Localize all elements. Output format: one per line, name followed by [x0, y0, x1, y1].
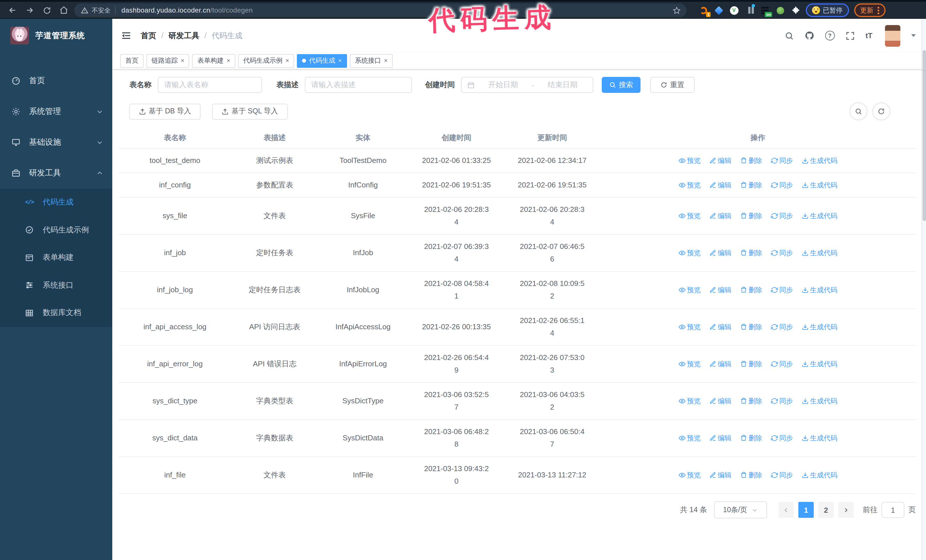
delete-button[interactable]: 删除 — [740, 284, 762, 296]
extension-shield-icon[interactable]: V — [729, 5, 739, 15]
preview-button[interactable]: 预览 — [678, 284, 701, 296]
sync-button[interactable]: 同步 — [771, 469, 793, 482]
delete-button[interactable]: 删除 — [740, 432, 762, 444]
edit-button[interactable]: 编辑 — [709, 469, 731, 482]
search-button[interactable]: 搜索 — [602, 77, 640, 93]
edit-button[interactable]: 编辑 — [709, 284, 731, 296]
generate-code-button[interactable]: 生成代码 — [802, 395, 837, 408]
edit-button[interactable]: 编辑 — [709, 179, 731, 192]
sync-button[interactable]: 同步 — [771, 432, 793, 444]
avatar[interactable] — [885, 25, 900, 47]
sidebar-item-dev-tools[interactable]: 研发工具 — [0, 158, 112, 189]
tab-tag[interactable]: 首页 — [120, 54, 144, 68]
extension-columns-icon[interactable] — [744, 5, 755, 15]
back-button[interactable] — [6, 3, 20, 17]
github-icon[interactable] — [804, 31, 814, 41]
sidebar-item-system-api[interactable]: 系统接口 — [0, 272, 112, 299]
edit-button[interactable]: 编辑 — [709, 321, 731, 333]
sidebar-item-code-generation[interactable]: </> 代码生成 — [0, 189, 112, 216]
tab-tag[interactable]: 表单构建 × — [192, 54, 235, 68]
warning-icon[interactable] — [81, 6, 88, 14]
delete-button[interactable]: 删除 — [740, 210, 762, 222]
delete-button[interactable]: 删除 — [740, 321, 762, 333]
preview-button[interactable]: 预览 — [678, 358, 701, 370]
preview-button[interactable]: 预览 — [678, 210, 701, 222]
tab-tag[interactable]: 代码生成示例 × — [238, 54, 294, 68]
extension-refresh-icon[interactable]: 1 — [698, 5, 708, 15]
delete-button[interactable]: 删除 — [740, 469, 762, 482]
forward-button[interactable] — [23, 3, 36, 17]
fullscreen-icon[interactable] — [845, 31, 855, 40]
preview-button[interactable]: 预览 — [678, 247, 701, 259]
sync-button[interactable]: 同步 — [771, 247, 793, 259]
font-size-icon[interactable]: tT — [865, 31, 872, 40]
generate-code-button[interactable]: 生成代码 — [802, 210, 837, 222]
breadcrumb-home[interactable]: 首页 — [141, 30, 156, 41]
delete-button[interactable]: 删除 — [740, 247, 762, 259]
extension-gem-icon[interactable] — [713, 5, 724, 15]
sync-button[interactable]: 同步 — [771, 321, 793, 333]
help-icon[interactable]: ? — [825, 31, 835, 41]
chevron-down-icon[interactable] — [911, 34, 916, 39]
sidebar-item-infrastructure[interactable]: 基础设施 — [0, 127, 112, 158]
puzzle-icon[interactable] — [790, 5, 800, 15]
sync-button[interactable]: 同步 — [771, 395, 793, 408]
preview-button[interactable]: 预览 — [678, 179, 701, 192]
edit-button[interactable]: 编辑 — [709, 395, 731, 408]
generate-code-button[interactable]: 生成代码 — [802, 469, 837, 482]
hamburger-icon[interactable] — [121, 31, 131, 41]
update-button[interactable]: 更新 — [854, 3, 885, 17]
url-bar[interactable]: 不安全 dashboard.yudao.iocoder.cn/tool/code… — [74, 3, 687, 17]
sidebar-logo[interactable]: 芋道管理系统 — [0, 19, 112, 53]
edit-button[interactable]: 编辑 — [709, 358, 731, 370]
extension-dark-icon[interactable]: on — [760, 5, 770, 15]
edit-button[interactable]: 编辑 — [709, 210, 731, 222]
date-range-picker[interactable]: 开始日期 - 结束日期 — [461, 77, 593, 93]
date-start-placeholder[interactable]: 开始日期 — [479, 80, 528, 90]
close-icon[interactable]: × — [338, 57, 342, 64]
sidebar-item-codegen-example[interactable]: 代码生成示例 — [0, 216, 112, 244]
tab-tag[interactable]: 代码生成 × — [297, 54, 347, 68]
generate-code-button[interactable]: 生成代码 — [802, 154, 837, 167]
close-icon[interactable]: × — [384, 57, 388, 64]
sync-button[interactable]: 同步 — [771, 210, 793, 222]
generate-code-button[interactable]: 生成代码 — [802, 358, 837, 370]
next-page-button[interactable] — [838, 502, 853, 518]
delete-button[interactable]: 删除 — [740, 154, 762, 167]
import-db-button[interactable]: 基于 DB 导入 — [129, 103, 201, 119]
search-icon[interactable] — [784, 31, 793, 40]
preview-button[interactable]: 预览 — [678, 154, 701, 167]
sidebar-item-form-builder[interactable]: 表单构建 — [0, 244, 112, 272]
preview-button[interactable]: 预览 — [678, 432, 701, 444]
close-icon[interactable]: × — [227, 57, 230, 64]
reset-button[interactable]: 重置 — [650, 77, 694, 93]
home-button[interactable] — [57, 3, 71, 17]
edit-button[interactable]: 编辑 — [709, 154, 731, 167]
delete-button[interactable]: 删除 — [740, 179, 762, 192]
goto-page-input[interactable]: 1 — [882, 502, 904, 518]
breadcrumb-dev-tools[interactable]: 研发工具 — [169, 30, 200, 41]
preview-button[interactable]: 预览 — [678, 395, 701, 408]
import-sql-button[interactable]: 基于 SQL 导入 — [212, 103, 288, 119]
prev-page-button[interactable] — [778, 502, 794, 518]
page-number-button[interactable]: 2 — [818, 502, 834, 518]
close-icon[interactable]: × — [286, 57, 289, 64]
edit-button[interactable]: 编辑 — [709, 247, 731, 259]
table-name-input[interactable]: 请输入表名称 — [158, 77, 262, 93]
edit-button[interactable]: 编辑 — [709, 432, 731, 444]
scrollbar-thumb[interactable] — [923, 50, 926, 221]
delete-button[interactable]: 删除 — [740, 395, 762, 408]
page-number-button[interactable]: 1 — [798, 502, 814, 518]
star-icon[interactable] — [672, 6, 681, 15]
profile-paused-button[interactable]: 已暂停 — [806, 3, 849, 17]
sidebar-item-db-docs[interactable]: 数据库文档 — [0, 299, 112, 327]
tab-tag[interactable]: 链路追踪 × — [147, 54, 189, 68]
browser-menu-icon[interactable] — [877, 6, 879, 14]
refresh-table-button[interactable] — [872, 103, 890, 120]
preview-button[interactable]: 预览 — [678, 469, 701, 482]
preview-button[interactable]: 预览 — [678, 321, 701, 333]
page-size-select[interactable]: 10条/页 — [714, 501, 767, 518]
toggle-search-button[interactable] — [850, 103, 867, 120]
sync-button[interactable]: 同步 — [771, 179, 793, 192]
date-end-placeholder[interactable]: 结束日期 — [538, 80, 587, 90]
